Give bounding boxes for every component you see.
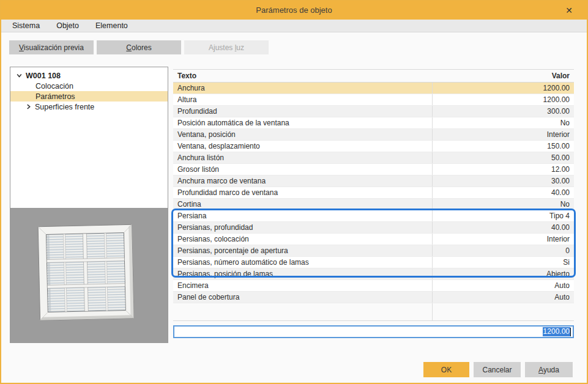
row-value[interactable]: Tipo 4 (433, 212, 574, 220)
tab-colores[interactable]: Colores (97, 40, 181, 54)
tab-visualizacion-previa[interactable]: Visualización previa (9, 40, 94, 54)
cancelar-button[interactable]: Cancelar (474, 362, 521, 377)
chevron-down-icon[interactable] (16, 72, 23, 79)
table-row-persianas-numero-automatico-de-lamas[interactable]: Persianas, número automático de lamasSi (173, 257, 574, 268)
table-empty-area (173, 303, 574, 321)
row-label: Cortina (173, 199, 433, 210)
table-row-ventana-posicion[interactable]: Ventana, posiciónInterior (173, 129, 574, 141)
table-row-profundidad-marco-de-ventana[interactable]: Profundidad marco de ventana40.00 (173, 187, 574, 199)
table-row-panel-de-cobertura[interactable]: Panel de coberturaAuto (173, 292, 574, 303)
value-edit-field[interactable]: 1200.00 (173, 325, 574, 338)
menu-elemento[interactable]: Elemento (95, 20, 128, 32)
menu-objeto[interactable]: Objeto (56, 20, 79, 32)
table-row-grosor-liston[interactable]: Grosor listón12.00 (173, 164, 574, 175)
tree-item-parametros[interactable]: Parámetros (10, 91, 168, 102)
table-row-anchura-marco-de-ventana[interactable]: Anchura marco de ventana30.00 (173, 175, 574, 187)
table-row-profundidad[interactable]: Profundidad300.00 (173, 106, 574, 117)
row-label: Panel de cobertura (173, 292, 433, 303)
row-value[interactable]: Abierto (433, 270, 574, 278)
header-texto: Texto (173, 72, 433, 80)
object-parameters-dialog: Parámetros de objeto ✕ SistemaObjetoElem… (0, 0, 588, 384)
row-value[interactable]: 12.00 (433, 165, 574, 174)
object-preview (10, 209, 168, 342)
row-label: Grosor listón (173, 164, 433, 175)
row-label: Persianas, colocación (173, 234, 433, 245)
tree-item-label: Superficies frente (35, 103, 94, 111)
table-header: Texto Valor (173, 69, 574, 83)
row-label: Profundidad marco de ventana (173, 187, 433, 198)
row-label: Profundidad (173, 106, 433, 117)
row-value[interactable]: Interior (433, 130, 574, 139)
table-row-posicion-automatica-de-la-ventana[interactable]: Posición automática de la ventanaNo (173, 117, 574, 129)
row-value[interactable]: No (433, 200, 574, 209)
text-cursor (570, 328, 571, 336)
row-label: Persianas, porcentaje de apertura (173, 245, 433, 256)
row-label: Anchura (173, 83, 433, 94)
tree-item-w001-108[interactable]: W001 108 (10, 70, 168, 81)
chevron-right-icon[interactable] (25, 103, 32, 110)
table-row-altura[interactable]: Altura1200.00 (173, 94, 574, 106)
row-label: Altura (173, 94, 433, 105)
row-value[interactable]: Auto (433, 293, 574, 301)
table-row-persianas-profundidad[interactable]: Persianas, profundidad40.00 (173, 222, 574, 234)
ayuda-button[interactable]: Ayuda (525, 362, 573, 377)
table-row-persiana[interactable]: PersianaTipo 4 (173, 210, 574, 222)
row-label: Persianas, profundidad (173, 222, 433, 233)
row-label: Ventana, desplazamiento (173, 141, 433, 152)
row-value[interactable]: Interior (433, 235, 574, 243)
table-row-anchura-liston[interactable]: Anchura listón50.00 (173, 152, 574, 164)
edit-field-selected-text: 1200.00 (543, 327, 570, 336)
row-value[interactable]: 150.00 (433, 142, 574, 150)
row-label: Persianas, número automático de lamas (173, 257, 433, 268)
row-value[interactable]: No (433, 119, 574, 127)
dialog-title: Parámetros de objeto (1, 1, 587, 20)
table-row-persianas-colocacion[interactable]: Persianas, colocaciónInterior (173, 234, 574, 245)
row-label: Persiana (173, 210, 433, 221)
close-icon[interactable]: ✕ (560, 1, 578, 20)
row-value[interactable]: 40.00 (433, 188, 574, 197)
tree-item-label: Parámetros (35, 92, 75, 101)
tree-item-superficies-frente[interactable]: Superficies frente (10, 102, 168, 112)
tree-item-label: W001 108 (26, 72, 61, 80)
parameter-table: Texto Valor Anchura1200.00Altura1200.00P… (173, 69, 574, 321)
object-tree-panel: W001 108ColocaciónParámetrosSuperficies … (10, 67, 168, 209)
table-row-cortina[interactable]: CortinaNo (173, 199, 574, 210)
row-label: Anchura listón (173, 152, 433, 163)
tree-item-label: Colocación (35, 82, 73, 90)
row-value[interactable]: 30.00 (433, 177, 574, 185)
tree-item-colocacion[interactable]: Colocación (10, 81, 168, 91)
row-label: Persianas, posición de lamas (173, 268, 433, 279)
table-row-ventana-desplazamiento[interactable]: Ventana, desplazamiento150.00 (173, 141, 574, 152)
row-value[interactable]: 1200.00 (433, 95, 574, 104)
row-value[interactable]: 1200.00 (433, 84, 574, 92)
table-row-anchura[interactable]: Anchura1200.00 (173, 83, 574, 94)
menu-bar: SistemaObjetoElemento (1, 20, 587, 32)
ok-button[interactable]: OK (423, 362, 469, 377)
row-value[interactable]: Si (433, 258, 574, 267)
table-row-persianas-porcentaje-de-apertura[interactable]: Persianas, porcentaje de apertura0 (173, 245, 574, 257)
tab-ajustes-luz: Ajustes luz (184, 40, 269, 54)
row-value[interactable]: Auto (433, 281, 574, 290)
header-valor: Valor (433, 72, 574, 80)
footer-buttons: OKCancelarAyuda (423, 362, 573, 377)
tab-bar: Visualización previaColoresAjustes luz (9, 40, 269, 54)
row-label: Encimera (173, 280, 433, 291)
table-row-encimera[interactable]: EncimeraAuto (173, 280, 574, 292)
row-value[interactable]: 50.00 (433, 153, 574, 162)
row-label: Anchura marco de ventana (173, 175, 433, 186)
menu-sistema[interactable]: Sistema (12, 20, 40, 32)
title-bar: Parámetros de objeto ✕ (1, 1, 587, 20)
row-value[interactable]: 40.00 (433, 223, 574, 232)
row-label: Posición automática de la ventana (173, 117, 433, 128)
row-value[interactable]: 300.00 (433, 107, 574, 116)
table-row-persianas-posicion-de-lamas[interactable]: Persianas, posición de lamasAbierto (173, 268, 574, 280)
preview-panel (10, 208, 168, 343)
row-label: Ventana, posición (173, 129, 433, 140)
row-value[interactable]: 0 (433, 246, 574, 255)
